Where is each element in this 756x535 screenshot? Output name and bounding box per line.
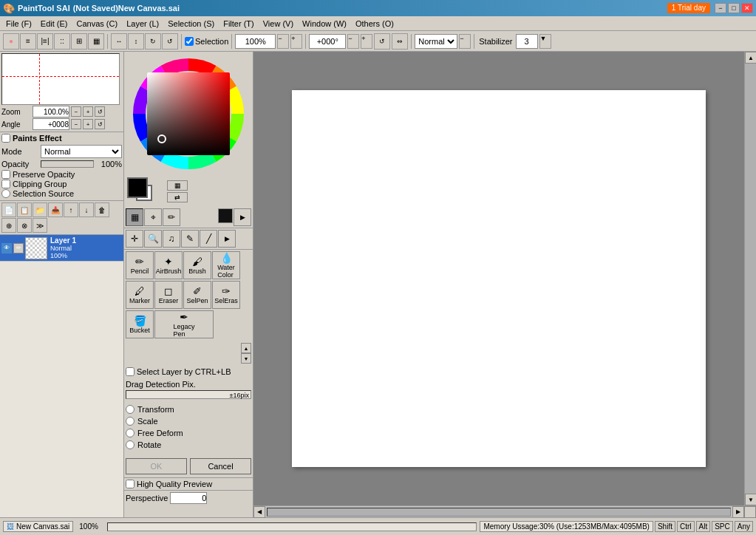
layer-lock-icon[interactable]: ✏ <box>13 243 24 253</box>
view-flip-btn[interactable]: ⇔ <box>392 33 408 50</box>
menu-edit[interactable]: Edit (E) <box>36 18 72 30</box>
zoom-nav-reset[interactable]: ↺ <box>95 106 105 117</box>
select-layer-checkbox[interactable] <box>126 367 134 376</box>
sel-expand-btn[interactable]: ▶ <box>234 208 251 226</box>
selection-checkbox[interactable] <box>185 37 194 46</box>
hscroll-track[interactable] <box>267 508 731 517</box>
minimize-button[interactable]: − <box>715 3 726 13</box>
color-v-btn[interactable]: |≡| <box>37 33 53 50</box>
layer-copy-btn[interactable]: 📋 <box>17 202 32 217</box>
menu-view[interactable]: View (V) <box>259 18 298 30</box>
color-h-btn[interactable]: ≡ <box>20 33 36 50</box>
move-tool[interactable]: ✛ <box>126 230 143 248</box>
preserve-opacity-checkbox[interactable] <box>1 170 10 179</box>
brush-scroll-up[interactable]: ▲ <box>241 343 251 353</box>
flip-h-btn[interactable]: ↔ <box>111 33 127 50</box>
menu-layer[interactable]: Layer (L) <box>122 18 163 30</box>
seleras-tool[interactable]: ✑ SelEras <box>212 281 240 309</box>
scroll-track[interactable] <box>745 64 756 494</box>
transform-radio[interactable] <box>126 405 134 414</box>
scroll-down-btn[interactable]: ▼ <box>745 494 756 505</box>
hscroll-left-btn[interactable]: ◀ <box>253 506 265 518</box>
menu-filter[interactable]: Filter (T) <box>219 18 259 30</box>
scale-radio[interactable] <box>126 417 134 426</box>
brush-tool[interactable]: 🖌 Brush <box>183 251 211 279</box>
legacy-pen-tool[interactable]: ✒ LegacyPen <box>154 310 214 338</box>
color-circle-btn[interactable]: ● <box>3 33 19 50</box>
zoom-nav-input[interactable] <box>33 106 69 117</box>
pencil-tool[interactable]: ✏ Pencil <box>126 251 154 279</box>
menu-file[interactable]: File (F) <box>1 18 36 30</box>
zoom-plus-btn[interactable]: + <box>290 34 302 49</box>
rotate-ccw-btn[interactable]: ↺ <box>162 33 178 50</box>
lasso-tool[interactable]: ⌖ <box>144 208 162 226</box>
layer-more-btn[interactable]: ≫ <box>33 218 47 233</box>
scroll-up-btn[interactable]: ▲ <box>745 52 756 64</box>
nav-expand-btn[interactable]: ▶ <box>218 230 236 248</box>
menu-others[interactable]: Others (O) <box>351 18 398 30</box>
layer-merge-btn[interactable]: ⊕ <box>1 218 16 233</box>
rotate-minus-btn[interactable]: − <box>347 34 359 49</box>
airbrush-tool[interactable]: ✦ AirBrush <box>154 251 183 279</box>
zoom-minus-btn[interactable]: − <box>277 34 289 49</box>
brush-scroll-down[interactable]: ▼ <box>241 353 251 364</box>
hscroll-right-btn[interactable]: ▶ <box>732 506 744 518</box>
color-swap-btn[interactable]: ⇄ <box>167 192 188 202</box>
color-wheel-svg[interactable] <box>129 55 248 173</box>
close-button[interactable]: ✕ <box>741 3 753 13</box>
canvas-area[interactable] <box>253 52 744 505</box>
eraser-tool[interactable]: ◻ Eraser <box>154 281 183 309</box>
stab-expand-btn[interactable]: ▼ <box>539 34 551 49</box>
mode-select[interactable]: Normal <box>41 145 122 158</box>
watercolor-tool[interactable]: 💧 WaterColor <box>212 251 240 279</box>
eyedrop-tool[interactable]: ✎ <box>181 230 199 248</box>
layer-new-btn[interactable]: 📄 <box>1 202 16 217</box>
drawing-canvas[interactable] <box>292 90 706 467</box>
rotate-plus-btn[interactable]: + <box>361 34 372 49</box>
magnify-tool[interactable]: 🔍 <box>144 230 162 248</box>
angle-nav-reset[interactable]: ↺ <box>95 119 105 129</box>
layer-item[interactable]: 👁 ✏ Layer 1 Normal 100% <box>0 235 123 262</box>
blend-mode-minus[interactable]: − <box>459 34 471 49</box>
restore-button[interactable]: □ <box>728 3 740 13</box>
marker-tool[interactable]: 🖊 Marker <box>126 281 154 309</box>
rotate-reset-btn[interactable]: ↺ <box>374 33 390 50</box>
layer-move-up-btn[interactable]: ↑ <box>64 202 78 217</box>
drag-detection-bar[interactable]: ±16pix <box>126 390 251 399</box>
rotate-cw-btn[interactable]: ↻ <box>145 33 161 50</box>
color-palette-btn[interactable]: ⊞ <box>71 33 87 50</box>
zoom-nav-minus[interactable]: − <box>71 106 81 117</box>
color-option-btn[interactable]: ▦ <box>167 180 188 191</box>
angle-nav-input[interactable] <box>33 118 69 130</box>
cancel-button[interactable]: Cancel <box>190 458 251 474</box>
paints-effect-checkbox[interactable] <box>1 134 10 143</box>
bucket-tool[interactable]: 🪣 Bucket <box>126 310 154 338</box>
audio-tool[interactable]: ♫ <box>163 230 180 248</box>
color-swatch-btn[interactable]: ▦ <box>88 33 104 50</box>
zoom-input[interactable]: 100% <box>235 34 276 49</box>
layer-visibility-icon[interactable]: 👁 <box>1 243 12 253</box>
clipping-group-checkbox[interactable] <box>1 180 10 188</box>
menu-window[interactable]: Window (W) <box>298 18 351 30</box>
marquee-tool[interactable]: ▦ <box>126 208 143 226</box>
free-deform-radio[interactable] <box>126 429 134 437</box>
layer-folder-btn[interactable]: 📁 <box>33 202 47 217</box>
layer-delete-btn[interactable]: 🗑 <box>95 202 109 217</box>
magic-wand-tool[interactable]: ✏ <box>163 208 180 226</box>
flip-v-btn[interactable]: ↕ <box>128 33 144 50</box>
layer-flatten-btn[interactable]: ⊗ <box>17 218 32 233</box>
menu-selection[interactable]: Selection (S) <box>163 18 219 30</box>
line-tool[interactable]: ╱ <box>200 230 217 248</box>
blend-mode-select[interactable]: Normal <box>415 34 457 49</box>
color-grid-btn[interactable]: :: <box>54 33 70 50</box>
selpen-tool[interactable]: ✐ SelPen <box>183 281 211 309</box>
angle-nav-minus[interactable]: − <box>71 119 81 129</box>
menu-canvas[interactable]: Canvas (C) <box>72 18 123 30</box>
sel-color-btn[interactable] <box>218 208 233 223</box>
angle-nav-plus[interactable]: + <box>83 119 93 129</box>
layer-import-btn[interactable]: 📥 <box>48 202 63 217</box>
rotate-input[interactable] <box>309 34 346 49</box>
rotate-radio[interactable] <box>126 440 134 449</box>
primary-swatch[interactable] <box>127 177 148 198</box>
selection-source-radio[interactable] <box>1 189 10 198</box>
